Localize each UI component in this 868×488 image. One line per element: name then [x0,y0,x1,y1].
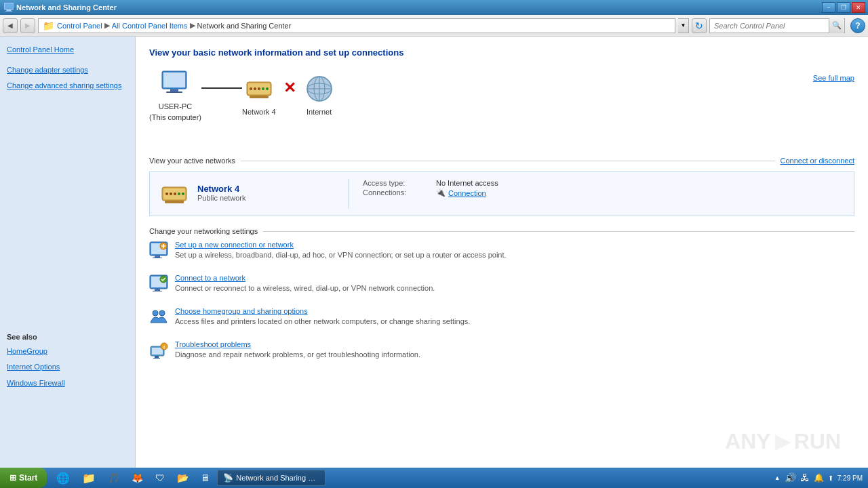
start-label: Start [19,473,37,483]
internet-globe-icon [303,73,336,105]
time-display[interactable]: 7:29 PM [837,474,863,483]
forward-button[interactable]: ▶ [20,18,35,33]
svg-rect-7 [166,92,182,93]
refresh-button[interactable]: ↻ [692,18,707,33]
svg-rect-39 [153,291,162,291]
svg-rect-6 [170,89,178,92]
sidebar-link-adapter[interactable]: Change adapter settings [0,62,135,79]
taskbar-media-icon[interactable]: 🎵 [102,470,125,486]
content-area: View your basic network information and … [136,37,868,468]
sidebar-link-homegroup[interactable]: HomeGroup [0,344,135,360]
access-type-label: Access type: [363,179,431,187]
active-networks-label: View your active networks [149,157,235,165]
sidebar-link-windows-firewall[interactable]: Windows Firewall [0,375,135,392]
sep2: ▶ [190,21,195,30]
new-connection-content: Set up a new connection or network Set u… [175,241,507,260]
sep1: ▶ [104,21,110,30]
access-type-row: Access type: No Internet access [363,179,498,187]
close-button[interactable]: ✕ [852,2,865,13]
start-icon: ⊞ [9,473,16,483]
taskbar-folder-icon[interactable]: 📂 [172,470,194,486]
search-input[interactable] [710,22,829,30]
search-button[interactable]: 🔍 [829,18,844,33]
tray-notification-icon[interactable]: 🔔 [814,473,824,483]
help-button[interactable]: ? [850,18,865,33]
address-dropdown-button[interactable]: ▼ [678,18,689,33]
svg-point-25 [174,192,176,195]
network-node: Network 4 [242,73,276,116]
new-connection-link[interactable]: Set up a new connection or network [175,241,507,249]
connection-line-1 [201,87,242,89]
troubleshoot-link[interactable]: Troubleshoot problems [175,340,420,348]
settings-divider [263,231,854,232]
address-icon: 📁 [43,20,54,31]
tray-network-icon[interactable]: 🖧 [800,472,810,483]
connect-network-svg [149,274,168,293]
taskbar-security-icon[interactable]: 🛡 [150,470,170,486]
new-connection-icon [149,241,168,264]
sidebar-link-home[interactable]: Control Panel Home [0,42,135,58]
troubleshoot-icon: ! [149,341,168,364]
taskbar-ie-icon[interactable]: 🌐 [51,470,75,486]
svg-rect-38 [155,289,160,291]
svg-rect-28 [165,201,184,203]
tray-volume-icon[interactable]: 🔊 [785,472,796,483]
main-layout: Control Panel Home Change adapter settin… [0,37,868,468]
taskbar-desktop-icon[interactable]: 🖥 [195,470,216,486]
svg-rect-1 [5,4,13,9]
watermark: ANY ▶ RUN [725,429,841,454]
breadcrumb-all-items[interactable]: All Control Panel Items [112,22,188,30]
sidebar-link-sharing[interactable]: Change advanced sharing settings [0,78,135,94]
homegroup-icon [149,308,168,331]
connect-network-content: Connect to a network Connect or reconnec… [175,274,435,293]
connect-network-desc: Connect or reconnect to a wireless, wire… [175,284,435,292]
restore-button[interactable]: ❐ [837,2,850,13]
window-title: Network and Sharing Center [16,3,117,12]
homegroup-link[interactable]: Choose homegroup and sharing options [175,307,470,315]
tray-arrow-icon[interactable]: ⬆ [828,474,833,482]
taskbar-firefox-icon[interactable]: 🦊 [126,470,149,486]
start-button[interactable]: ⊞ Start [0,468,47,488]
active-network-type: Public network [197,194,246,202]
computer-label: USER-PC [159,102,193,110]
change-settings-section: Change your networking settings [149,227,854,364]
active-network-card: Network 4 Public network Access type: No… [149,171,854,216]
settings-title: Change your networking settings [149,227,854,235]
homegroup-content: Choose homegroup and sharing options Acc… [175,307,470,326]
back-button[interactable]: ◀ [3,18,18,33]
svg-rect-46 [153,358,160,359]
connect-disconnect-link[interactable]: Connect or disconnect [781,157,854,165]
taskbar-explorer-icon[interactable]: 📁 [77,470,101,486]
address-bar: ◀ ▶ 📁 Control Panel ▶ All Control Panel … [0,15,868,37]
taskbar: ⊞ Start 🌐 📁 🎵 🦊 🛡 📂 🖥 📡 Network and Shar… [0,468,868,488]
connect-network-icon [149,274,168,298]
connect-network-link[interactable]: Connect to a network [175,274,435,282]
taskbar-active-window[interactable]: 📡 Network and Sharing Cen... [217,470,326,486]
minimize-button[interactable]: − [822,2,835,13]
computer-sublabel: (This computer) [149,113,201,121]
page-title: View your basic network information and … [149,47,854,58]
window-icon [4,3,14,12]
sidebar: Control Panel Home Change adapter settin… [0,37,136,468]
svg-rect-45 [155,356,159,358]
network-info-left: Network 4 Public network [159,179,349,209]
sidebar-link-internet-options[interactable]: Internet Options [0,359,135,375]
computer-node: USER-PC (This computer) [149,67,201,121]
breadcrumb-control-panel[interactable]: Control Panel [57,22,102,30]
troubleshoot-desc: Diagnose and repair network problems, or… [175,350,420,359]
clock-time: 7:29 PM [837,474,863,483]
homegroup-svg [149,308,168,327]
network-label: Network 4 [242,108,276,116]
address-path: 📁 Control Panel ▶ All Control Panel Item… [38,18,675,33]
tray-up-arrow[interactable]: ▲ [774,474,781,481]
connection-link[interactable]: Connection [448,189,486,197]
svg-point-10 [250,87,252,90]
see-full-map-link[interactable]: See full map [813,74,854,82]
title-bar: Network and Sharing Center − ❐ ✕ [0,0,868,15]
see-also-title: See also [0,325,135,344]
svg-point-12 [258,87,260,90]
system-tray: ▲ 🔊 🖧 🔔 ⬆ 7:29 PM [774,472,868,483]
setting-item-homegroup: Choose homegroup and sharing options Acc… [149,307,854,331]
svg-rect-32 [153,258,162,258]
internet-node: Internet [303,73,336,116]
